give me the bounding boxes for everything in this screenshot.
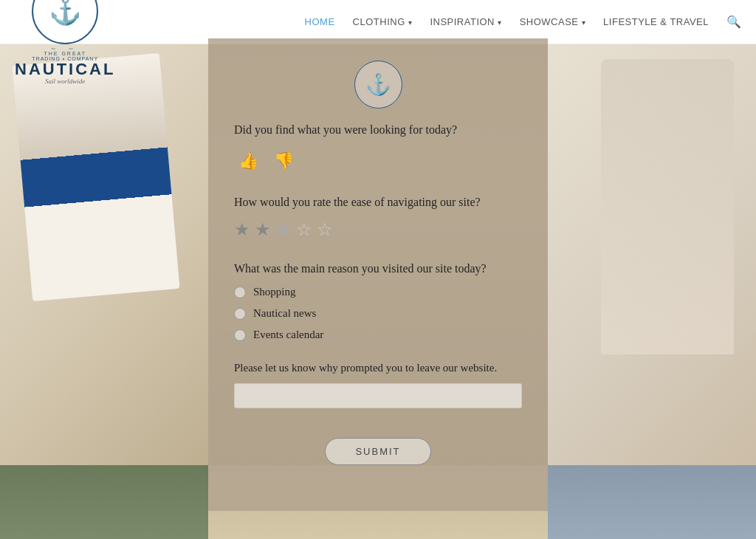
logo-tagline: Sail worldwide [45,78,85,85]
logo-circle: ⚓ [32,0,98,44]
thumbs-up-icon: 👍 [238,151,258,171]
star-1[interactable]: ★ [234,219,250,240]
radio-circle-1 [234,286,246,298]
modal-logo-inner: ⚓ [354,61,402,109]
radio-shopping[interactable]: Shopping [234,286,522,298]
star-rating: ★ ★ ★ ☆ ☆ [234,219,522,240]
nav-inspiration[interactable]: INSPIRATION ▾ [430,16,501,27]
question3-text: What was the main reason you visited our… [234,262,522,275]
radio-circle-3 [234,329,246,341]
anchor-icon: ⚓ [49,0,82,24]
nav-clothing[interactable]: CLOTHING ▾ [353,16,413,27]
radio-circle-2 [234,308,246,320]
radio-nautical-label: Nautical news [253,307,316,320]
logo: ⚓ ~ ~ THE GREAT TRADING • COMPANY NAUTIC… [15,0,115,85]
logo-nautical: NAUTICAL [15,61,115,78]
star-4[interactable]: ☆ [296,219,312,240]
modal-logo: ⚓ [234,61,522,109]
bottom-left-image [0,465,208,539]
radio-group: Shopping Nautical news Events calendar [234,286,522,341]
thumbs-down-icon: 👎 [274,151,294,171]
question1-text: Did you find what you were looking for t… [234,123,522,137]
nav-showcase[interactable]: SHOWCASE ▾ [520,16,585,27]
thumbs-down-button[interactable]: 👎 [269,147,298,175]
radio-nautical-news[interactable]: Nautical news [234,307,522,320]
radio-shopping-label: Shopping [253,286,296,298]
thumbs-up-button[interactable]: 👍 [234,147,262,175]
question2-text: How would you rate the ease of navigatin… [234,196,522,209]
nav-home[interactable]: HOME [305,16,335,27]
star-2[interactable]: ★ [255,219,271,240]
radio-events-label: Events calendar [253,329,323,341]
question4-text: Please let us know why prompted you to l… [234,362,522,374]
submit-row: SUBMIT [234,438,522,465]
modal-anchor-icon: ⚓ [365,72,391,97]
bottom-right-image [548,465,756,539]
logo-text-top: THE GREAT [44,51,86,56]
radio-events[interactable]: Events calendar [234,329,522,341]
search-icon[interactable]: 🔍 [726,15,741,29]
navigation: ⚓ ~ ~ THE GREAT TRADING • COMPANY NAUTIC… [0,0,756,44]
survey-modal: ⚓ Did you find what you were looking for… [208,38,548,511]
nav-links: HOME CLOTHING ▾ INSPIRATION ▾ SHOWCASE ▾… [305,15,741,29]
leave-reason-input[interactable] [234,383,522,408]
nav-lifestyle[interactable]: LIFESTYLE & TRAVEL [603,16,709,27]
star-5[interactable]: ☆ [317,219,333,240]
thumbs-row: 👍 👎 [234,147,522,175]
star-3[interactable]: ★ [275,219,292,240]
submit-button[interactable]: SUBMIT [325,438,430,465]
